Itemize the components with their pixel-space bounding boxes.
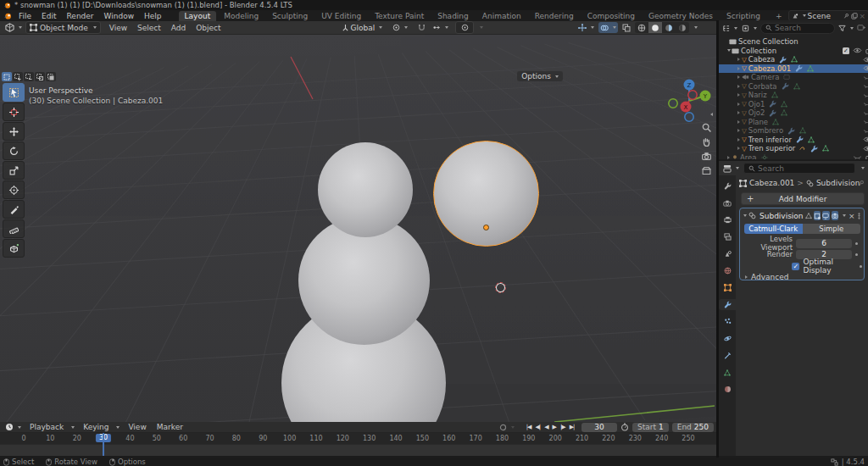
properties-tab-constraints[interactable] — [719, 350, 736, 361]
levels-viewport-field[interactable]: 6 — [796, 239, 852, 248]
mode-subtract-button[interactable] — [24, 72, 34, 81]
modifier-editmode-toggle[interactable] — [814, 211, 821, 220]
timeline-menu-keying[interactable]: Keying — [78, 423, 114, 431]
menu-file[interactable]: File — [14, 12, 36, 20]
add-modifier-button[interactable]: + Add Modifier — [741, 192, 865, 205]
menu-help[interactable]: Help — [139, 12, 167, 20]
modifier-drag-handle[interactable] — [858, 213, 860, 219]
add-workspace-button[interactable]: + — [770, 11, 788, 21]
shading-wireframe[interactable] — [635, 22, 648, 33]
pan-icon[interactable] — [700, 136, 713, 148]
hide-toggle-open-eye-icon[interactable] — [863, 136, 868, 142]
snap-target-selector[interactable] — [429, 22, 452, 34]
mode-extend-button[interactable] — [13, 72, 23, 81]
tool-measure[interactable] — [3, 219, 25, 238]
outliner-row[interactable]: ▽ Nariz — [719, 91, 868, 100]
workspace-tab-sculpting[interactable]: Sculpting — [266, 11, 314, 21]
xray-toggle[interactable] — [620, 22, 632, 34]
properties-tab-scene[interactable] — [719, 248, 736, 259]
next-keyframe-button[interactable]: |▶ — [558, 424, 567, 430]
outliner-row[interactable]: ▽ Corbata — [719, 82, 868, 92]
hide-toggle-closed-eye-icon[interactable] — [863, 83, 868, 89]
properties-tab-tool[interactable] — [719, 180, 736, 191]
hide-toggle-open-eye-icon[interactable] — [863, 57, 868, 63]
timeline-editor-type-button[interactable] — [2, 421, 25, 433]
hide-toggle-open-eye-icon[interactable] — [863, 146, 868, 152]
hide-toggle-closed-eye-icon[interactable] — [863, 119, 868, 125]
workspace-tab-animation[interactable]: Animation — [476, 11, 527, 21]
workspace-tab-uv-editing[interactable]: UV Editing — [315, 11, 367, 21]
modifier-name[interactable]: Subdivision — [760, 212, 804, 220]
properties-tab-output[interactable] — [719, 214, 736, 225]
show-overlays-toggle[interactable] — [598, 22, 618, 33]
workspace-tab-scripting[interactable]: Scripting — [721, 11, 766, 21]
prev-keyframe-button[interactable]: ◀| — [533, 424, 542, 430]
properties-tab-object-data[interactable] — [719, 367, 736, 378]
outliner-filter-objects[interactable] — [741, 22, 758, 34]
hide-toggle-closed-eye-icon[interactable] — [863, 128, 868, 134]
jump-start-button[interactable]: |◀ — [524, 424, 533, 430]
workspace-tab-shading[interactable]: Shading — [431, 11, 475, 21]
play-reverse-button[interactable]: ◀ — [542, 424, 550, 430]
timeline-menu-view[interactable]: View — [123, 423, 151, 431]
properties-editor-type-button[interactable] — [722, 163, 740, 175]
animate-dot[interactable] — [855, 242, 858, 245]
properties-tab-world[interactable] — [719, 265, 736, 276]
hide-toggle-closed-eye-icon[interactable] — [863, 92, 868, 98]
properties-tab-object[interactable] — [719, 282, 736, 293]
editor-type-button[interactable] — [2, 22, 25, 34]
tool-move[interactable] — [3, 122, 25, 141]
properties-options-dropdown[interactable] — [861, 167, 865, 169]
outliner-filter-button[interactable] — [837, 22, 854, 34]
catmull-clark-button[interactable]: Catmull-Clark — [744, 224, 803, 234]
transform-orientation-selector[interactable]: Global — [338, 22, 387, 34]
outliner-row[interactable]: ▽ Ojo2 — [719, 108, 868, 118]
tool-rotate[interactable] — [3, 141, 25, 160]
outliner-row[interactable]: Area — [719, 153, 868, 160]
properties-search[interactable]: Search — [743, 163, 855, 174]
workspace-tab-layout[interactable]: Layout — [179, 11, 217, 21]
snowman-head-sphere[interactable] — [318, 142, 413, 237]
modifier-on-cage-toggle[interactable] — [805, 211, 812, 220]
timeline-menu-playback[interactable]: Playback — [25, 423, 69, 431]
hide-toggle-closed-eye-icon[interactable] — [863, 75, 868, 80]
properties-tab-particles[interactable] — [719, 316, 736, 327]
timeline-ruler[interactable]: 0102030405060708090100110120130140150160… — [0, 433, 716, 444]
selected-sphere-cabeza-001[interactable] — [433, 141, 539, 247]
mode-intersect-button[interactable] — [46, 72, 56, 81]
outliner-row[interactable]: ▽ Sombrero — [719, 126, 868, 136]
pivot-point-selector[interactable] — [389, 22, 411, 34]
new-collection-icon[interactable] — [857, 24, 865, 32]
optimal-display-checkbox[interactable]: ✓ — [792, 263, 799, 270]
properties-tab-material[interactable] — [719, 384, 736, 395]
menu-render[interactable]: Render — [62, 12, 99, 20]
snap-toggle[interactable] — [415, 22, 429, 34]
delete-modifier-icon[interactable]: × — [849, 212, 855, 220]
new-scene-icon[interactable] — [851, 13, 858, 19]
hide-toggle-open-eye-icon[interactable] — [853, 47, 862, 53]
delete-scene-icon[interactable]: × — [860, 12, 866, 20]
viewport-menu-object[interactable]: Object — [191, 24, 225, 32]
shading-dropdown[interactable] — [694, 26, 698, 29]
properties-tab-physics[interactable] — [719, 333, 736, 344]
jump-end-button[interactable]: ▶| — [567, 424, 576, 430]
tool-add-cube[interactable] — [3, 239, 25, 258]
play-button[interactable]: ▶ — [550, 424, 558, 430]
menu-window[interactable]: Window — [99, 12, 140, 20]
modifier-extras-dropdown[interactable] — [843, 214, 846, 217]
workspace-tab-geometry-nodes[interactable]: Geometry Nodes — [643, 11, 719, 21]
hide-toggle-open-eye-icon[interactable] — [863, 65, 868, 71]
shading-solid[interactable] — [648, 22, 662, 33]
hide-toggle-closed-eye-icon[interactable] — [853, 154, 862, 159]
mode-set-button[interactable] — [2, 72, 12, 81]
playhead[interactable] — [103, 433, 104, 456]
outliner-search[interactable]: Search — [760, 23, 835, 34]
toggle-perspective-icon[interactable] — [700, 164, 713, 177]
outliner-row[interactable]: ▽ Cabeza.001 — [719, 64, 868, 74]
animate-dot[interactable] — [855, 253, 858, 256]
mode-selector[interactable]: Object Mode — [25, 21, 101, 34]
outliner-row[interactable]: ▽ Tren inferior — [719, 136, 868, 145]
timeline-menu-marker[interactable]: Marker — [152, 423, 188, 431]
navigation-gizmo[interactable]: Z Y X — [663, 75, 715, 127]
properties-tab-render[interactable] — [719, 197, 736, 208]
